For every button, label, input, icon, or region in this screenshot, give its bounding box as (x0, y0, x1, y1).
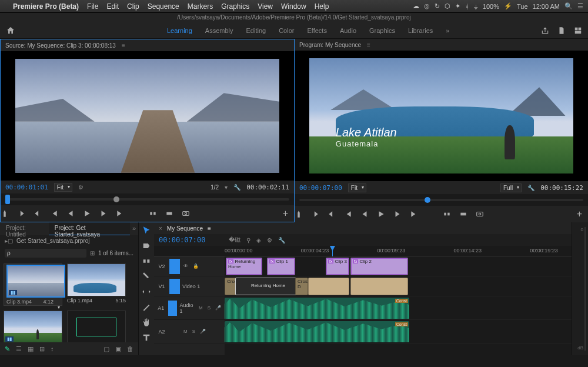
ripple-tool-icon[interactable] (142, 256, 151, 266)
track-target-icon[interactable] (169, 279, 180, 294)
new-bin-icon[interactable]: ▢ (103, 345, 109, 353)
out-icon[interactable] (34, 209, 42, 218)
tab-color[interactable]: Color (279, 27, 294, 34)
tab-overflow-icon[interactable]: » (130, 222, 138, 235)
clip[interactable]: fxClip 1 (267, 258, 295, 275)
wrench-icon[interactable]: 🔧 (278, 237, 285, 243)
panel-menu-icon[interactable]: ≡ (208, 225, 211, 232)
track-header-v1[interactable]: V1 Video 1 (154, 276, 225, 296)
lift-icon[interactable] (443, 210, 451, 218)
play-icon[interactable] (83, 209, 91, 218)
clip[interactable] (308, 278, 349, 295)
sort-icon[interactable]: ↕ (51, 345, 54, 352)
timeline-body[interactable]: fxReturning Home fxClip 1 fxClip 3 fxCli… (225, 256, 572, 355)
settings-icon[interactable]: ⚙ (267, 237, 272, 243)
freeform-icon[interactable]: ✎ (5, 345, 10, 353)
program-out-tc[interactable]: 00:00:15:22 (540, 184, 583, 192)
sync-icon[interactable]: ↻ (435, 2, 440, 10)
audio-clip[interactable]: Const (225, 321, 409, 342)
track-target-icon[interactable] (169, 259, 180, 274)
panel-menu-icon[interactable]: ≡ (122, 42, 125, 49)
source-viewer[interactable] (1, 51, 294, 181)
program-viewer[interactable]: Lake Atitlan Guatemala (295, 51, 588, 181)
bluetooth-icon[interactable]: ᚼ (465, 3, 469, 10)
pen-tool-icon[interactable] (142, 302, 151, 312)
marker-add-icon[interactable]: ◈ (256, 237, 261, 243)
project-tab-untitled[interactable]: Project: Untitled (0, 222, 49, 235)
goto-in-icon[interactable] (50, 209, 58, 218)
marker-icon[interactable] (295, 210, 303, 218)
bin-item[interactable] (67, 311, 126, 342)
linked-sel-icon[interactable]: ⚲ (246, 237, 250, 243)
menu-markers[interactable]: Markers (188, 2, 213, 11)
overwrite-icon[interactable] (165, 209, 173, 218)
goto-out-icon[interactable] (410, 210, 418, 218)
notif-icon[interactable]: ☰ (577, 2, 583, 10)
menu-clip[interactable]: Clip (127, 2, 139, 11)
menu-window[interactable]: Window (281, 2, 306, 11)
search-input[interactable] (5, 249, 86, 258)
step-fwd-icon[interactable] (393, 210, 402, 218)
track-header-v2[interactable]: V2 👁🔒 (154, 256, 225, 276)
bin-item[interactable]: ▮▮ Clip 3.mp44:12 (4, 263, 62, 306)
audio-clip[interactable]: Const (225, 298, 409, 319)
add-button-icon[interactable]: + (577, 209, 582, 219)
cc-icon[interactable]: ◎ (424, 2, 430, 10)
clip-selected[interactable]: Returning Home (235, 278, 301, 295)
wifi-icon[interactable]: ⏚ (474, 3, 478, 10)
source-zoom[interactable]: 1/2 (211, 184, 219, 191)
source-fit-select[interactable]: Fit (54, 183, 72, 192)
trash-icon[interactable]: 🗑 (127, 345, 133, 352)
source-in-tc[interactable]: 00:00:01:01 (5, 184, 48, 191)
source-scrubber[interactable] (1, 193, 294, 205)
quick-export-icon[interactable] (557, 26, 566, 35)
transition[interactable]: Cross D (295, 278, 308, 295)
menu-edit[interactable]: Edit (106, 2, 119, 11)
panel-menu-icon[interactable]: ≡ (367, 42, 370, 48)
clip[interactable]: fxClip 2 (350, 258, 408, 275)
goto-out-icon[interactable] (116, 209, 124, 218)
tab-learning[interactable]: Learning (167, 27, 192, 34)
program-scrubber[interactable] (295, 194, 588, 206)
hand-tool-icon[interactable] (142, 318, 151, 327)
freeform-view-icon[interactable]: ⊞ (39, 345, 45, 353)
tab-editing[interactable]: Editing (246, 27, 266, 34)
settings-icon[interactable]: ⚙ (78, 184, 83, 191)
clock[interactable]: 12:00 AM (533, 3, 560, 10)
tab-audio[interactable]: Audio (340, 27, 356, 34)
menu-help[interactable]: Help (315, 2, 329, 11)
tab-graphics[interactable]: Graphics (369, 27, 395, 34)
slip-tool-icon[interactable] (142, 287, 151, 296)
goto-in-icon[interactable] (344, 210, 352, 218)
dropbox-icon[interactable]: ⬡ (445, 2, 450, 10)
clip[interactable]: fxReturning Home (226, 258, 262, 275)
cc2-icon[interactable]: ✦ (455, 2, 460, 10)
out-icon[interactable] (328, 210, 336, 218)
workspace-menu-icon[interactable] (574, 26, 582, 35)
day[interactable]: Tue (517, 3, 528, 10)
menu-view[interactable]: View (258, 2, 273, 11)
tab-libraries[interactable]: Libraries (408, 27, 433, 34)
insert-icon[interactable] (149, 209, 157, 218)
project-tab-getstarted[interactable]: Project: Get Started_svatsaya (49, 222, 130, 235)
export-frame-icon[interactable] (476, 210, 484, 218)
tab-assembly[interactable]: Assembly (205, 27, 233, 34)
bin-item[interactable]: Clip 1.mp45:15 (67, 263, 126, 306)
list-view-icon[interactable]: ☰ (16, 345, 22, 353)
track-header-a1[interactable]: A1 Audio 1 MS🎤 (154, 296, 225, 320)
wrench-icon[interactable]: 🔧 (233, 184, 240, 191)
wrench-icon[interactable]: 🔧 (527, 185, 534, 191)
razor-tool-icon[interactable] (142, 272, 151, 281)
program-scale-select[interactable]: Full (500, 184, 522, 192)
play-icon[interactable] (377, 210, 385, 218)
tab-overflow[interactable]: » (446, 27, 449, 34)
filter-icon[interactable]: ⊞ (90, 250, 95, 256)
tab-effects[interactable]: Effects (307, 27, 326, 34)
icon-view-icon[interactable]: ▦ (28, 345, 34, 353)
clip[interactable] (350, 278, 408, 295)
extract-icon[interactable] (459, 210, 467, 218)
marker-icon[interactable] (1, 209, 9, 218)
bin-item[interactable]: ▮▮ (4, 311, 62, 342)
timeline-ruler[interactable]: 00:00:00:00 00:00:04:23 00:00:09:23 00:0… (154, 246, 572, 256)
share-icon[interactable] (541, 26, 549, 35)
